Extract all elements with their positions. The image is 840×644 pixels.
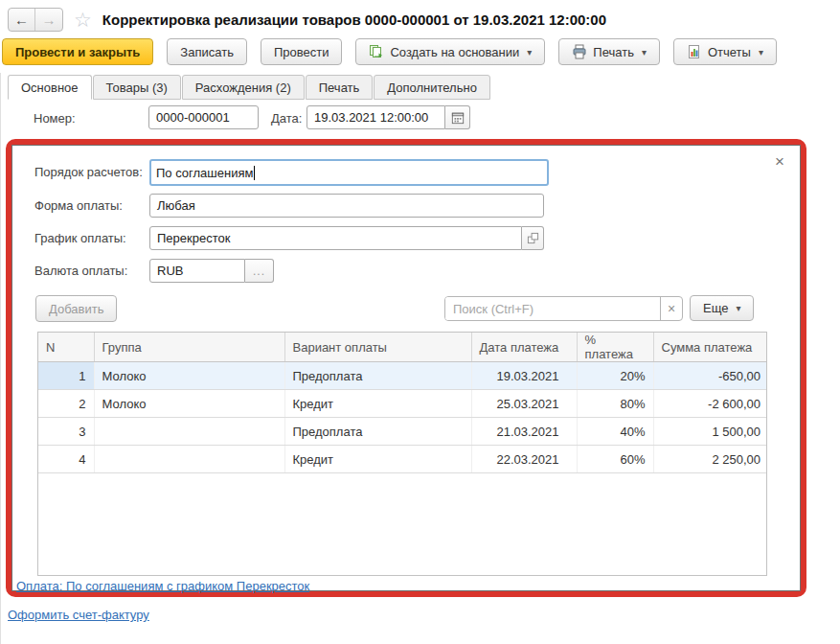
- print-button[interactable]: Печать ▾: [558, 38, 660, 65]
- cell-percent[interactable]: 80%: [577, 390, 653, 418]
- text-cursor: [254, 166, 255, 180]
- table-header-row: N Группа Вариант оплаты Дата платежа % п…: [38, 333, 767, 362]
- chevron-down-icon: ▾: [759, 47, 763, 58]
- post-button[interactable]: Провести: [261, 38, 343, 65]
- calendar-icon: [451, 111, 465, 125]
- payment-form-label: Форма оплаты:: [34, 198, 123, 213]
- search-clear-icon[interactable]: ×: [660, 297, 682, 320]
- search-input[interactable]: [445, 297, 660, 320]
- payment-form-field[interactable]: Любая: [149, 194, 544, 218]
- payment-currency-group: RUB ...: [149, 259, 274, 283]
- chevron-down-icon: ▾: [642, 47, 647, 58]
- payment-currency-label: Валюта оплаты:: [34, 264, 127, 278]
- table-row[interactable]: 4 Кредит 22.03.2021 60% 2 250,00: [38, 446, 767, 473]
- cell-date[interactable]: 21.03.2021: [471, 418, 577, 446]
- table-row[interactable]: 2 Молоко Кредит 25.03.2021 80% -2 600,00: [38, 390, 767, 418]
- payment-schedule-label: График оплаты:: [34, 231, 126, 245]
- payment-summary-link[interactable]: Оплата: По соглашениям с графиком Перекр…: [16, 579, 309, 593]
- cell-group[interactable]: [94, 446, 284, 473]
- currency-picker-button[interactable]: ...: [245, 259, 274, 283]
- payment-currency-field[interactable]: RUB: [149, 259, 245, 283]
- table-row[interactable]: 1 Молоко Предоплата 19.03.2021 20% -650,…: [38, 362, 767, 390]
- tab-additional[interactable]: Дополнительно: [374, 75, 490, 100]
- reports-button[interactable]: Отчеты ▾: [673, 38, 777, 65]
- cell-n[interactable]: 2: [38, 390, 94, 418]
- printer-icon: [572, 44, 587, 59]
- settlement-order-label: Порядок расчетов:: [34, 165, 143, 179]
- cell-n[interactable]: 3: [38, 418, 94, 446]
- date-field[interactable]: 19.03.2021 12:00:00: [306, 105, 445, 129]
- settlement-order-value: По соглашениям: [156, 166, 253, 180]
- tab-bar: Основное Товары (3) Расхождения (2) Печа…: [8, 75, 491, 100]
- open-schedule-button[interactable]: [522, 226, 544, 250]
- create-invoice-link[interactable]: Оформить счет-фактуру: [8, 608, 149, 622]
- payment-popup-highlight-border: × Порядок расчетов: По соглашениям Форма…: [6, 139, 806, 597]
- cell-sum[interactable]: -650,00: [653, 362, 767, 390]
- add-row-button[interactable]: Добавить: [35, 295, 117, 322]
- create-based-on-button[interactable]: Создать на основании ▾: [355, 38, 545, 65]
- cell-group[interactable]: [94, 418, 284, 446]
- number-field[interactable]: 0000-000001: [148, 105, 259, 129]
- forward-arrow-icon[interactable]: →: [35, 9, 62, 31]
- more-label: Еще: [703, 301, 728, 315]
- column-header-sum[interactable]: Сумма платежа: [653, 333, 767, 362]
- tab-goods[interactable]: Товары (3): [93, 75, 181, 100]
- settlement-order-field[interactable]: По соглашениям: [149, 159, 549, 186]
- cell-group[interactable]: Молоко: [94, 362, 284, 390]
- open-form-icon: [527, 232, 539, 244]
- cell-variant[interactable]: Предоплата: [284, 418, 471, 446]
- page-title: Корректировка реализации товаров 0000-00…: [102, 12, 606, 28]
- column-header-n[interactable]: N: [38, 333, 94, 362]
- column-header-percent[interactable]: % платежа: [577, 333, 653, 362]
- favorite-star-icon[interactable]: ☆: [74, 10, 92, 30]
- search-box: ×: [444, 296, 683, 321]
- cell-percent[interactable]: 60%: [577, 446, 653, 473]
- title-bar: ← → ☆ Корректировка реализации товаров 0…: [8, 5, 606, 34]
- column-header-variant[interactable]: Вариант оплаты: [284, 333, 471, 362]
- post-and-close-button[interactable]: Провести и закрыть: [2, 38, 153, 65]
- cell-variant[interactable]: Кредит: [284, 390, 471, 418]
- date-label: Дата:: [271, 111, 302, 126]
- column-header-date[interactable]: Дата платежа: [471, 333, 577, 362]
- calendar-button[interactable]: [445, 105, 470, 129]
- cell-sum[interactable]: 2 250,00: [653, 446, 767, 473]
- history-nav-group: ← →: [8, 8, 63, 32]
- print-label: Печать: [593, 45, 634, 59]
- chevron-down-icon: ▾: [527, 47, 532, 58]
- cell-date[interactable]: 19.03.2021: [471, 362, 577, 390]
- cell-n[interactable]: 1: [38, 362, 94, 390]
- payment-popup-panel: × Порядок расчетов: По соглашениям Форма…: [11, 145, 801, 591]
- window-left-edge: [0, 73, 1, 644]
- reports-label: Отчеты: [708, 45, 751, 59]
- toolbar: Провести и закрыть Записать Провести Соз…: [2, 38, 777, 65]
- date-field-group: 19.03.2021 12:00:00: [306, 105, 470, 129]
- tab-print[interactable]: Печать: [306, 75, 374, 100]
- cell-sum[interactable]: 1 500,00: [653, 418, 767, 446]
- cell-percent[interactable]: 40%: [577, 418, 653, 446]
- column-header-group[interactable]: Группа: [94, 333, 284, 362]
- save-button[interactable]: Записать: [167, 38, 247, 65]
- cell-sum[interactable]: -2 600,00: [653, 390, 767, 418]
- cell-date[interactable]: 25.03.2021: [471, 390, 577, 418]
- chevron-down-icon: ▾: [736, 303, 740, 313]
- payment-schedule-group: Перекресток: [149, 226, 544, 250]
- cell-group[interactable]: Молоко: [94, 390, 284, 418]
- cell-variant[interactable]: Кредит: [284, 446, 471, 473]
- close-icon[interactable]: ×: [775, 153, 784, 170]
- tab-discrepancies[interactable]: Расхождения (2): [182, 75, 305, 100]
- table-row[interactable]: 3 Предоплата 21.03.2021 40% 1 500,00: [38, 418, 767, 446]
- create-based-on-label: Создать на основании: [390, 45, 519, 59]
- more-button[interactable]: Еще ▾: [690, 295, 754, 321]
- cell-percent[interactable]: 20%: [577, 362, 653, 390]
- cell-n[interactable]: 4: [38, 446, 94, 473]
- report-chart-icon: [687, 44, 702, 59]
- tab-main[interactable]: Основное: [8, 75, 92, 100]
- payment-schedule-field[interactable]: Перекресток: [149, 226, 522, 250]
- create-based-on-icon: [369, 44, 384, 59]
- back-arrow-icon[interactable]: ←: [9, 9, 35, 31]
- number-label: Номер:: [34, 111, 76, 126]
- cell-variant[interactable]: Предоплата: [284, 362, 471, 390]
- payment-schedule-table: N Группа Вариант оплаты Дата платежа % п…: [37, 332, 767, 576]
- cell-date[interactable]: 22.03.2021: [471, 446, 577, 473]
